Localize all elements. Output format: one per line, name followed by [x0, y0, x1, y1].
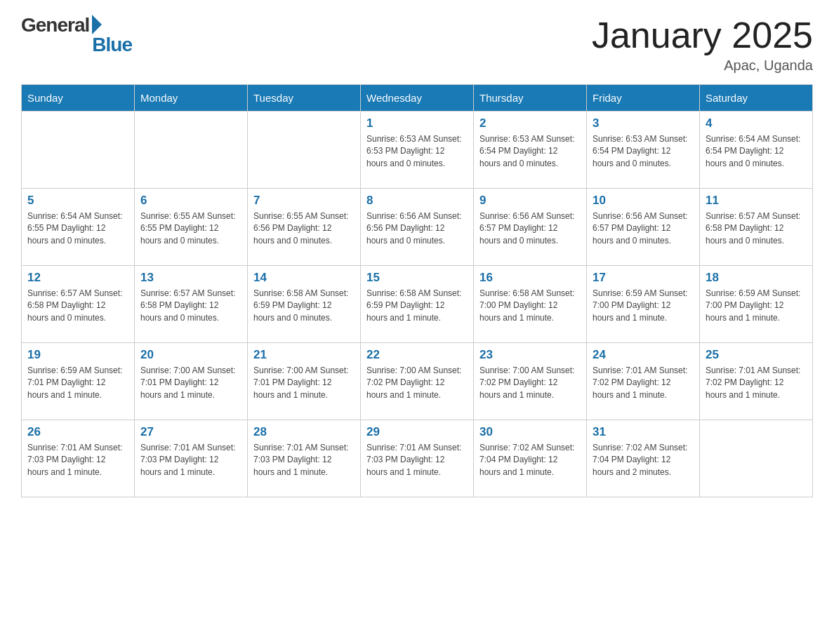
- calendar-cell: 5Sunrise: 6:54 AM Sunset: 6:55 PM Daylig…: [22, 189, 135, 266]
- day-info: Sunrise: 6:53 AM Sunset: 6:53 PM Dayligh…: [366, 133, 468, 170]
- calendar-week-row: 26Sunrise: 7:01 AM Sunset: 7:03 PM Dayli…: [22, 420, 813, 497]
- day-info: Sunrise: 7:02 AM Sunset: 7:04 PM Dayligh…: [479, 442, 581, 478]
- calendar-week-row: 12Sunrise: 6:57 AM Sunset: 6:58 PM Dayli…: [22, 266, 813, 343]
- day-number: 28: [253, 425, 355, 439]
- day-info: Sunrise: 6:53 AM Sunset: 6:54 PM Dayligh…: [479, 133, 581, 170]
- calendar-cell: 18Sunrise: 6:59 AM Sunset: 7:00 PM Dayli…: [700, 266, 813, 343]
- day-info: Sunrise: 7:01 AM Sunset: 7:03 PM Dayligh…: [27, 442, 128, 478]
- calendar-cell: [700, 420, 813, 497]
- day-info: Sunrise: 7:01 AM Sunset: 7:03 PM Dayligh…: [366, 442, 468, 478]
- day-number: 7: [253, 194, 355, 208]
- calendar-cell: 25Sunrise: 7:01 AM Sunset: 7:02 PM Dayli…: [700, 343, 813, 420]
- day-number: 31: [593, 425, 694, 439]
- day-number: 29: [366, 425, 468, 439]
- calendar-cell: [248, 112, 361, 189]
- calendar-cell: 30Sunrise: 7:02 AM Sunset: 7:04 PM Dayli…: [474, 420, 587, 497]
- calendar-cell: 19Sunrise: 6:59 AM Sunset: 7:01 PM Dayli…: [22, 343, 135, 420]
- day-info: Sunrise: 6:54 AM Sunset: 6:54 PM Dayligh…: [706, 133, 807, 170]
- calendar-cell: 11Sunrise: 6:57 AM Sunset: 6:58 PM Dayli…: [700, 189, 813, 266]
- day-info: Sunrise: 6:58 AM Sunset: 7:00 PM Dayligh…: [479, 288, 581, 324]
- day-number: 20: [140, 348, 241, 362]
- day-number: 9: [479, 194, 581, 208]
- day-info: Sunrise: 6:54 AM Sunset: 6:55 PM Dayligh…: [27, 210, 128, 247]
- day-info: Sunrise: 6:55 AM Sunset: 6:56 PM Dayligh…: [253, 210, 355, 247]
- day-number: 2: [479, 116, 581, 130]
- day-number: 10: [593, 194, 694, 208]
- calendar-week-row: 5Sunrise: 6:54 AM Sunset: 6:55 PM Daylig…: [22, 189, 813, 266]
- calendar-cell: [22, 112, 135, 189]
- day-info: Sunrise: 6:53 AM Sunset: 6:54 PM Dayligh…: [593, 133, 694, 170]
- calendar-day-header: Wednesday: [361, 85, 474, 112]
- calendar-cell: 10Sunrise: 6:56 AM Sunset: 6:57 PM Dayli…: [587, 189, 700, 266]
- day-info: Sunrise: 7:00 AM Sunset: 7:02 PM Dayligh…: [479, 365, 581, 401]
- day-info: Sunrise: 7:01 AM Sunset: 7:03 PM Dayligh…: [140, 442, 241, 478]
- calendar-cell: 14Sunrise: 6:58 AM Sunset: 6:59 PM Dayli…: [248, 266, 361, 343]
- calendar-cell: 22Sunrise: 7:00 AM Sunset: 7:02 PM Dayli…: [361, 343, 474, 420]
- month-title: January 2025: [592, 14, 813, 56]
- day-number: 16: [479, 271, 581, 285]
- calendar-cell: 28Sunrise: 7:01 AM Sunset: 7:03 PM Dayli…: [248, 420, 361, 497]
- calendar-cell: 3Sunrise: 6:53 AM Sunset: 6:54 PM Daylig…: [587, 112, 700, 189]
- calendar-table: SundayMondayTuesdayWednesdayThursdayFrid…: [21, 84, 813, 497]
- day-info: Sunrise: 6:56 AM Sunset: 6:57 PM Dayligh…: [593, 210, 694, 247]
- day-info: Sunrise: 7:02 AM Sunset: 7:04 PM Dayligh…: [593, 442, 694, 478]
- calendar-cell: 15Sunrise: 6:58 AM Sunset: 6:59 PM Dayli…: [361, 266, 474, 343]
- day-info: Sunrise: 7:00 AM Sunset: 7:02 PM Dayligh…: [366, 365, 468, 401]
- day-number: 21: [253, 348, 355, 362]
- day-number: 4: [706, 116, 807, 130]
- day-number: 13: [140, 271, 241, 285]
- calendar-cell: 17Sunrise: 6:59 AM Sunset: 7:00 PM Dayli…: [587, 266, 700, 343]
- calendar-cell: 31Sunrise: 7:02 AM Sunset: 7:04 PM Dayli…: [587, 420, 700, 497]
- title-section: January 2025 Apac, Uganda: [592, 14, 813, 74]
- calendar-cell: 13Sunrise: 6:57 AM Sunset: 6:58 PM Dayli…: [135, 266, 248, 343]
- calendar-day-header: Monday: [135, 85, 248, 112]
- day-number: 15: [366, 271, 468, 285]
- day-info: Sunrise: 6:56 AM Sunset: 6:56 PM Dayligh…: [366, 210, 468, 247]
- day-info: Sunrise: 6:55 AM Sunset: 6:55 PM Dayligh…: [140, 210, 241, 247]
- day-number: 26: [27, 425, 128, 439]
- calendar-cell: 6Sunrise: 6:55 AM Sunset: 6:55 PM Daylig…: [135, 189, 248, 266]
- calendar-week-row: 1Sunrise: 6:53 AM Sunset: 6:53 PM Daylig…: [22, 112, 813, 189]
- day-info: Sunrise: 7:00 AM Sunset: 7:01 PM Dayligh…: [140, 365, 241, 401]
- day-number: 8: [366, 194, 468, 208]
- calendar-day-header: Thursday: [474, 85, 587, 112]
- calendar-cell: 7Sunrise: 6:55 AM Sunset: 6:56 PM Daylig…: [248, 189, 361, 266]
- day-number: 19: [27, 348, 128, 362]
- day-number: 3: [593, 116, 694, 130]
- calendar-cell: 20Sunrise: 7:00 AM Sunset: 7:01 PM Dayli…: [135, 343, 248, 420]
- calendar-day-header: Friday: [587, 85, 700, 112]
- day-info: Sunrise: 6:58 AM Sunset: 6:59 PM Dayligh…: [366, 288, 468, 324]
- day-number: 25: [706, 348, 807, 362]
- calendar-cell: 16Sunrise: 6:58 AM Sunset: 7:00 PM Dayli…: [474, 266, 587, 343]
- day-info: Sunrise: 6:59 AM Sunset: 7:00 PM Dayligh…: [706, 288, 807, 324]
- calendar-cell: 27Sunrise: 7:01 AM Sunset: 7:03 PM Dayli…: [135, 420, 248, 497]
- day-number: 22: [366, 348, 468, 362]
- day-number: 27: [140, 425, 241, 439]
- calendar-cell: 24Sunrise: 7:01 AM Sunset: 7:02 PM Dayli…: [587, 343, 700, 420]
- day-info: Sunrise: 6:59 AM Sunset: 7:00 PM Dayligh…: [593, 288, 694, 324]
- calendar-cell: 4Sunrise: 6:54 AM Sunset: 6:54 PM Daylig…: [700, 112, 813, 189]
- day-number: 23: [479, 348, 581, 362]
- calendar-day-header: Sunday: [22, 85, 135, 112]
- day-number: 12: [27, 271, 128, 285]
- location: Apac, Uganda: [592, 58, 813, 74]
- day-info: Sunrise: 6:58 AM Sunset: 6:59 PM Dayligh…: [253, 288, 355, 324]
- day-number: 30: [479, 425, 581, 439]
- calendar-cell: [135, 112, 248, 189]
- calendar-cell: 12Sunrise: 6:57 AM Sunset: 6:58 PM Dayli…: [22, 266, 135, 343]
- calendar-week-row: 19Sunrise: 6:59 AM Sunset: 7:01 PM Dayli…: [22, 343, 813, 420]
- day-info: Sunrise: 6:57 AM Sunset: 6:58 PM Dayligh…: [140, 288, 241, 324]
- day-info: Sunrise: 7:01 AM Sunset: 7:02 PM Dayligh…: [593, 365, 694, 401]
- calendar-cell: 29Sunrise: 7:01 AM Sunset: 7:03 PM Dayli…: [361, 420, 474, 497]
- day-info: Sunrise: 6:57 AM Sunset: 6:58 PM Dayligh…: [706, 210, 807, 247]
- day-info: Sunrise: 6:59 AM Sunset: 7:01 PM Dayligh…: [27, 365, 128, 401]
- logo: General General Blue: [21, 14, 132, 56]
- calendar-cell: 9Sunrise: 6:56 AM Sunset: 6:57 PM Daylig…: [474, 189, 587, 266]
- logo-blue-text: Blue: [92, 34, 132, 56]
- day-info: Sunrise: 7:01 AM Sunset: 7:03 PM Dayligh…: [253, 442, 355, 478]
- calendar-cell: 23Sunrise: 7:00 AM Sunset: 7:02 PM Dayli…: [474, 343, 587, 420]
- logo-arrow-icon: [92, 15, 102, 34]
- day-info: Sunrise: 7:01 AM Sunset: 7:02 PM Dayligh…: [706, 365, 807, 401]
- day-number: 18: [706, 271, 807, 285]
- calendar-day-header: Saturday: [700, 85, 813, 112]
